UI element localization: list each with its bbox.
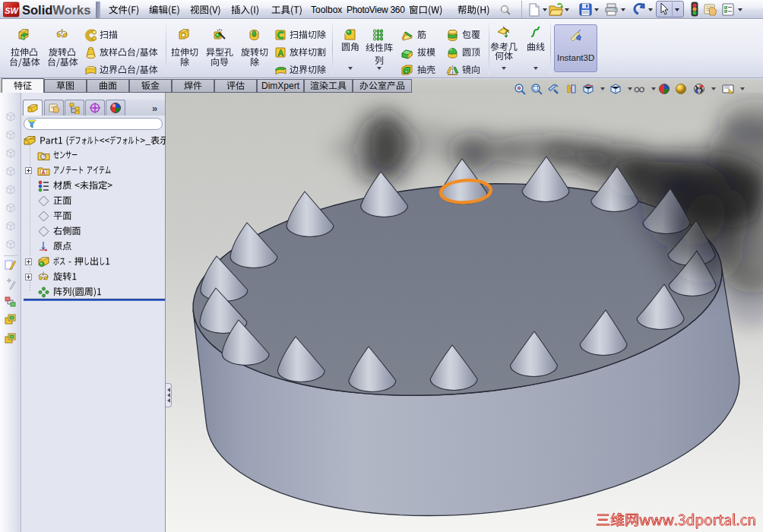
svg-text:A: A bbox=[42, 169, 46, 175]
svg-text:SW: SW bbox=[5, 6, 19, 15]
svg-text:SolidWorks: SolidWorks bbox=[22, 3, 90, 17]
